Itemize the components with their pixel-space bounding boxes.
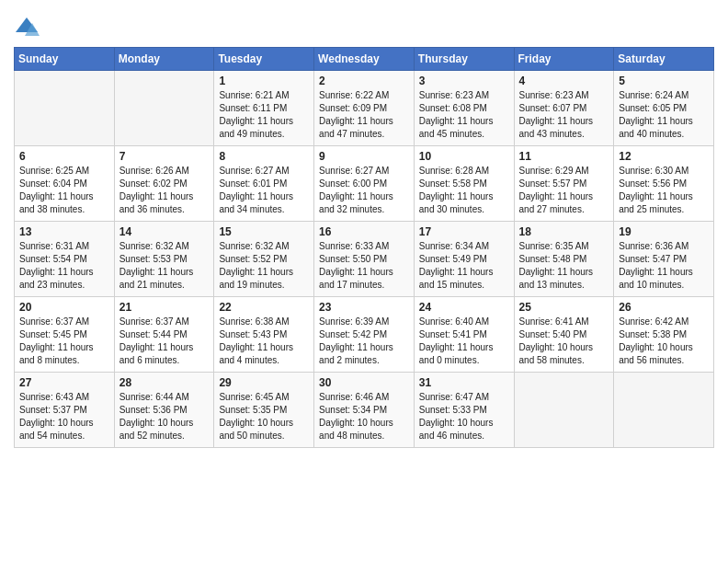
day-number: 27 bbox=[19, 376, 109, 389]
calendar-cell bbox=[514, 373, 614, 448]
calendar-cell: 23Sunrise: 6:39 AM Sunset: 5:42 PM Dayli… bbox=[314, 297, 415, 373]
day-number: 23 bbox=[319, 301, 409, 314]
calendar-week-1: 6Sunrise: 6:25 AM Sunset: 6:04 PM Daylig… bbox=[15, 146, 714, 222]
day-number: 14 bbox=[119, 225, 210, 238]
day-number: 31 bbox=[419, 376, 509, 389]
calendar-cell: 3Sunrise: 6:23 AM Sunset: 6:08 PM Daylig… bbox=[414, 71, 514, 146]
calendar-cell: 4Sunrise: 6:23 AM Sunset: 6:07 PM Daylig… bbox=[514, 71, 614, 146]
calendar-cell: 17Sunrise: 6:34 AM Sunset: 5:49 PM Dayli… bbox=[414, 222, 514, 297]
calendar-cell: 8Sunrise: 6:27 AM Sunset: 6:01 PM Daylig… bbox=[214, 146, 314, 222]
cell-content: Sunrise: 6:24 AM Sunset: 6:05 PM Dayligh… bbox=[619, 89, 709, 141]
calendar-cell: 12Sunrise: 6:30 AM Sunset: 5:56 PM Dayli… bbox=[614, 146, 714, 222]
calendar-week-2: 13Sunrise: 6:31 AM Sunset: 5:54 PM Dayli… bbox=[15, 222, 714, 297]
cell-content: Sunrise: 6:34 AM Sunset: 5:49 PM Dayligh… bbox=[419, 240, 509, 292]
day-number: 30 bbox=[319, 376, 409, 389]
calendar-cell bbox=[114, 71, 214, 146]
calendar-cell: 20Sunrise: 6:37 AM Sunset: 5:45 PM Dayli… bbox=[15, 297, 115, 373]
cell-content: Sunrise: 6:36 AM Sunset: 5:47 PM Dayligh… bbox=[619, 240, 709, 292]
calendar-cell: 22Sunrise: 6:38 AM Sunset: 5:43 PM Dayli… bbox=[214, 297, 314, 373]
cell-content: Sunrise: 6:43 AM Sunset: 5:37 PM Dayligh… bbox=[19, 391, 109, 442]
cell-content: Sunrise: 6:26 AM Sunset: 6:02 PM Dayligh… bbox=[119, 165, 210, 216]
day-number: 24 bbox=[419, 301, 509, 314]
cell-content: Sunrise: 6:32 AM Sunset: 5:53 PM Dayligh… bbox=[119, 240, 210, 292]
cell-content: Sunrise: 6:46 AM Sunset: 5:34 PM Dayligh… bbox=[319, 391, 409, 442]
cell-content: Sunrise: 6:22 AM Sunset: 6:09 PM Dayligh… bbox=[319, 89, 409, 141]
calendar-cell: 18Sunrise: 6:35 AM Sunset: 5:48 PM Dayli… bbox=[514, 222, 614, 297]
cell-content: Sunrise: 6:38 AM Sunset: 5:43 PM Dayligh… bbox=[219, 316, 309, 367]
calendar-cell: 10Sunrise: 6:28 AM Sunset: 5:58 PM Dayli… bbox=[414, 146, 514, 222]
day-number: 25 bbox=[519, 301, 609, 314]
calendar-cell: 16Sunrise: 6:33 AM Sunset: 5:50 PM Dayli… bbox=[314, 222, 415, 297]
calendar-cell: 24Sunrise: 6:40 AM Sunset: 5:41 PM Dayli… bbox=[414, 297, 514, 373]
day-number: 21 bbox=[119, 301, 210, 314]
calendar-cell bbox=[614, 373, 714, 448]
weekday-header-tuesday: Tuesday bbox=[214, 48, 314, 71]
cell-content: Sunrise: 6:27 AM Sunset: 6:00 PM Dayligh… bbox=[319, 165, 409, 216]
day-number: 1 bbox=[219, 75, 309, 87]
calendar-cell: 19Sunrise: 6:36 AM Sunset: 5:47 PM Dayli… bbox=[614, 222, 714, 297]
cell-content: Sunrise: 6:39 AM Sunset: 5:42 PM Dayligh… bbox=[319, 316, 409, 367]
logo bbox=[14, 9, 43, 40]
day-number: 10 bbox=[419, 150, 509, 163]
calendar-cell: 1Sunrise: 6:21 AM Sunset: 6:11 PM Daylig… bbox=[214, 71, 314, 146]
day-number: 6 bbox=[19, 150, 109, 163]
day-number: 26 bbox=[619, 301, 709, 314]
page: SundayMondayTuesdayWednesdayThursdayFrid… bbox=[0, 0, 728, 563]
cell-content: Sunrise: 6:31 AM Sunset: 5:54 PM Dayligh… bbox=[19, 240, 109, 292]
day-number: 20 bbox=[19, 301, 109, 314]
day-number: 16 bbox=[319, 225, 409, 238]
calendar-cell: 29Sunrise: 6:45 AM Sunset: 5:35 PM Dayli… bbox=[214, 373, 314, 448]
cell-content: Sunrise: 6:44 AM Sunset: 5:36 PM Dayligh… bbox=[119, 391, 210, 442]
cell-content: Sunrise: 6:32 AM Sunset: 5:52 PM Dayligh… bbox=[219, 240, 309, 292]
weekday-header-row: SundayMondayTuesdayWednesdayThursdayFrid… bbox=[15, 48, 714, 71]
cell-content: Sunrise: 6:42 AM Sunset: 5:38 PM Dayligh… bbox=[619, 316, 709, 367]
cell-content: Sunrise: 6:41 AM Sunset: 5:40 PM Dayligh… bbox=[519, 316, 609, 367]
cell-content: Sunrise: 6:37 AM Sunset: 5:44 PM Dayligh… bbox=[119, 316, 210, 367]
cell-content: Sunrise: 6:27 AM Sunset: 6:01 PM Dayligh… bbox=[219, 165, 309, 216]
day-number: 15 bbox=[219, 225, 309, 238]
day-number: 8 bbox=[219, 150, 309, 163]
cell-content: Sunrise: 6:25 AM Sunset: 6:04 PM Dayligh… bbox=[19, 165, 109, 216]
calendar: SundayMondayTuesdayWednesdayThursdayFrid… bbox=[14, 47, 714, 448]
day-number: 17 bbox=[419, 225, 509, 238]
weekday-header-thursday: Thursday bbox=[414, 48, 514, 71]
cell-content: Sunrise: 6:45 AM Sunset: 5:35 PM Dayligh… bbox=[219, 391, 309, 442]
calendar-cell: 13Sunrise: 6:31 AM Sunset: 5:54 PM Dayli… bbox=[15, 222, 115, 297]
cell-content: Sunrise: 6:28 AM Sunset: 5:58 PM Dayligh… bbox=[419, 165, 509, 216]
calendar-cell: 5Sunrise: 6:24 AM Sunset: 6:05 PM Daylig… bbox=[614, 71, 714, 146]
cell-content: Sunrise: 6:21 AM Sunset: 6:11 PM Dayligh… bbox=[219, 89, 309, 141]
calendar-cell: 7Sunrise: 6:26 AM Sunset: 6:02 PM Daylig… bbox=[114, 146, 214, 222]
calendar-cell: 15Sunrise: 6:32 AM Sunset: 5:52 PM Dayli… bbox=[214, 222, 314, 297]
day-number: 18 bbox=[519, 225, 609, 238]
logo-icon bbox=[14, 14, 40, 40]
calendar-week-4: 27Sunrise: 6:43 AM Sunset: 5:37 PM Dayli… bbox=[15, 373, 714, 448]
day-number: 28 bbox=[119, 376, 210, 389]
day-number: 9 bbox=[319, 150, 409, 163]
day-number: 12 bbox=[619, 150, 709, 163]
calendar-header: SundayMondayTuesdayWednesdayThursdayFrid… bbox=[15, 48, 714, 71]
calendar-cell: 30Sunrise: 6:46 AM Sunset: 5:34 PM Dayli… bbox=[314, 373, 415, 448]
calendar-cell bbox=[15, 71, 115, 146]
header bbox=[14, 9, 714, 40]
calendar-cell: 21Sunrise: 6:37 AM Sunset: 5:44 PM Dayli… bbox=[114, 297, 214, 373]
cell-content: Sunrise: 6:35 AM Sunset: 5:48 PM Dayligh… bbox=[519, 240, 609, 292]
calendar-cell: 25Sunrise: 6:41 AM Sunset: 5:40 PM Dayli… bbox=[514, 297, 614, 373]
day-number: 3 bbox=[419, 75, 509, 87]
weekday-header-sunday: Sunday bbox=[15, 48, 115, 71]
calendar-cell: 6Sunrise: 6:25 AM Sunset: 6:04 PM Daylig… bbox=[15, 146, 115, 222]
weekday-header-saturday: Saturday bbox=[614, 48, 714, 71]
day-number: 2 bbox=[319, 75, 409, 87]
calendar-cell: 2Sunrise: 6:22 AM Sunset: 6:09 PM Daylig… bbox=[314, 71, 415, 146]
calendar-cell: 27Sunrise: 6:43 AM Sunset: 5:37 PM Dayli… bbox=[15, 373, 115, 448]
day-number: 4 bbox=[519, 75, 609, 87]
calendar-cell: 31Sunrise: 6:47 AM Sunset: 5:33 PM Dayli… bbox=[414, 373, 514, 448]
day-number: 7 bbox=[119, 150, 210, 163]
day-number: 22 bbox=[219, 301, 309, 314]
cell-content: Sunrise: 6:40 AM Sunset: 5:41 PM Dayligh… bbox=[419, 316, 509, 367]
calendar-week-0: 1Sunrise: 6:21 AM Sunset: 6:11 PM Daylig… bbox=[15, 71, 714, 146]
calendar-body: 1Sunrise: 6:21 AM Sunset: 6:11 PM Daylig… bbox=[15, 71, 714, 448]
weekday-header-wednesday: Wednesday bbox=[314, 48, 415, 71]
day-number: 5 bbox=[619, 75, 709, 87]
calendar-cell: 14Sunrise: 6:32 AM Sunset: 5:53 PM Dayli… bbox=[114, 222, 214, 297]
weekday-header-friday: Friday bbox=[514, 48, 614, 71]
